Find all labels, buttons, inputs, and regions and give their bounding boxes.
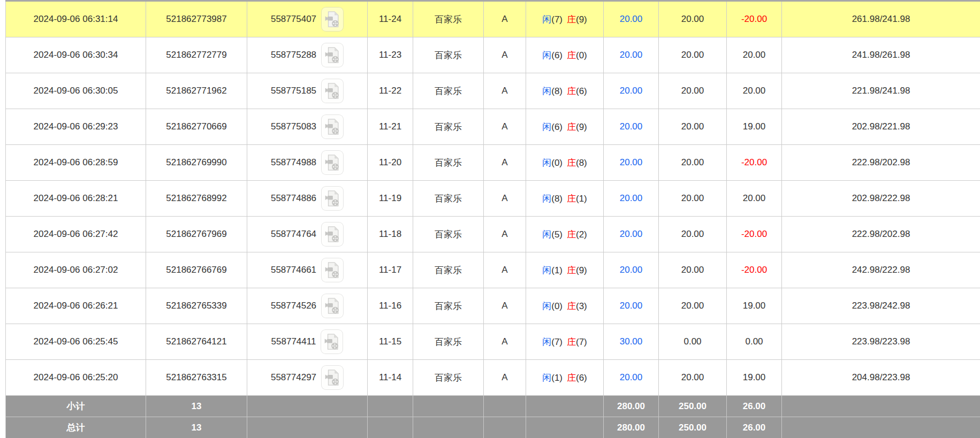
banker-points: (1) xyxy=(576,194,587,204)
player-label: 闲 xyxy=(542,229,551,240)
round-number: 11-17 xyxy=(368,252,413,288)
round-id: 558775185 xyxy=(271,86,316,96)
subtotal-bet: 280.00 xyxy=(604,396,659,417)
balance: 202.98/221.98 xyxy=(782,109,980,145)
round-number: 11-14 xyxy=(368,360,413,396)
balance: 242.98/222.98 xyxy=(782,252,980,288)
bet-id: 521862772779 xyxy=(146,37,247,73)
game-result: 闲(8)庄(6) xyxy=(526,73,604,109)
video-replay-button[interactable] xyxy=(321,43,344,67)
valid-amount: 20.00 xyxy=(659,360,727,396)
bet-id: 521862767969 xyxy=(146,217,247,252)
valid-amount: 20.00 xyxy=(659,252,727,288)
player-label: 闲 xyxy=(542,50,551,60)
table-code: A xyxy=(484,217,526,252)
round-id: 558774297 xyxy=(271,372,316,383)
banker-points: (0) xyxy=(576,50,587,60)
player-label: 闲 xyxy=(542,301,551,311)
table-code: A xyxy=(484,37,526,73)
bet-id: 521862765339 xyxy=(146,288,247,324)
video-replay-button[interactable] xyxy=(321,114,344,139)
table-row[interactable]: 2024-09-06 06:27:42 521862767969 5587747… xyxy=(6,217,980,252)
player-points: (0) xyxy=(551,301,563,311)
video-replay-button[interactable] xyxy=(321,294,344,318)
winloss-amount: 20.00 xyxy=(727,73,782,109)
video-replay-button[interactable] xyxy=(321,150,344,175)
bet-id: 521862766769 xyxy=(146,252,247,288)
table-code: A xyxy=(484,288,526,324)
round-id-cell: 558775185 xyxy=(247,73,368,109)
round-id-cell: 558774886 xyxy=(247,181,368,217)
round-id: 558775083 xyxy=(271,121,316,132)
winloss-amount: -20.00 xyxy=(727,145,782,181)
winloss-amount: 19.00 xyxy=(727,109,782,145)
video-file-icon xyxy=(324,10,340,28)
player-points: (1) xyxy=(551,373,563,383)
video-replay-button[interactable] xyxy=(321,222,344,247)
video-file-icon xyxy=(324,82,340,100)
total-winloss: 26.00 xyxy=(727,417,782,438)
winloss-amount: 0.00 xyxy=(727,324,782,360)
round-id: 558774661 xyxy=(271,265,316,275)
game-type: 百家乐 xyxy=(413,73,484,109)
player-points: (1) xyxy=(551,265,563,275)
winloss-amount: 20.00 xyxy=(727,181,782,217)
video-replay-button[interactable] xyxy=(321,365,344,390)
video-file-icon xyxy=(324,46,340,64)
table-code: A xyxy=(484,324,526,360)
table-row[interactable]: 2024-09-06 06:31:14 521862773987 5587754… xyxy=(6,1,980,37)
game-type: 百家乐 xyxy=(413,109,484,145)
table-row[interactable]: 2024-09-06 06:28:59 521862769990 5587749… xyxy=(6,145,980,181)
valid-amount: 20.00 xyxy=(659,109,727,145)
video-replay-button[interactable] xyxy=(321,258,344,282)
video-replay-button[interactable] xyxy=(321,329,343,354)
valid-amount: 20.00 xyxy=(659,37,727,73)
round-number: 11-15 xyxy=(368,324,413,360)
game-type: 百家乐 xyxy=(413,252,484,288)
round-number: 11-21 xyxy=(368,109,413,145)
bet-amount: 20.00 xyxy=(604,109,659,145)
banker-points: (6) xyxy=(576,86,587,96)
bet-id: 521862770669 xyxy=(146,109,247,145)
banker-label: 庄 xyxy=(567,265,576,275)
subtotal-row: 小计 13 280.00 250.00 26.00 xyxy=(6,396,980,417)
table-row[interactable]: 2024-09-06 06:26:21 521862765339 5587745… xyxy=(6,288,980,324)
table-row[interactable]: 2024-09-06 06:30:34 521862772779 5587752… xyxy=(6,37,980,73)
table-row[interactable]: 2024-09-06 06:27:02 521862766769 5587746… xyxy=(6,252,980,288)
total-row: 总计 13 280.00 250.00 26.00 xyxy=(6,417,980,438)
bet-amount: 20.00 xyxy=(604,73,659,109)
game-type: 百家乐 xyxy=(413,1,484,37)
table-row[interactable]: 2024-09-06 06:25:20 521862763315 5587742… xyxy=(6,360,980,396)
bet-amount: 20.00 xyxy=(604,145,659,181)
game-result: 闲(0)庄(3) xyxy=(526,288,604,324)
video-replay-button[interactable] xyxy=(321,7,344,32)
banker-label: 庄 xyxy=(567,194,576,204)
total-bet: 280.00 xyxy=(604,417,659,438)
video-replay-button[interactable] xyxy=(321,79,344,103)
player-label: 闲 xyxy=(542,337,551,347)
player-label: 闲 xyxy=(542,122,551,132)
round-id-cell: 558775288 xyxy=(247,37,368,73)
player-points: (7) xyxy=(551,14,563,25)
game-type: 百家乐 xyxy=(413,181,484,217)
video-replay-button[interactable] xyxy=(321,186,344,211)
player-points: (7) xyxy=(551,337,563,347)
bet-time: 2024-09-06 06:28:59 xyxy=(6,145,146,181)
bet-id: 521862768992 xyxy=(146,181,247,217)
table-row[interactable]: 2024-09-06 06:25:45 521862764121 5587744… xyxy=(6,324,980,360)
table-row[interactable]: 2024-09-06 06:30:05 521862771962 5587751… xyxy=(6,73,980,109)
table-code: A xyxy=(484,360,526,396)
table-row[interactable]: 2024-09-06 06:29:23 521862770669 5587750… xyxy=(6,109,980,145)
round-number: 11-22 xyxy=(368,73,413,109)
table-code: A xyxy=(484,181,526,217)
empty-cell xyxy=(782,396,980,417)
bet-amount: 20.00 xyxy=(604,37,659,73)
subtotal-valid: 250.00 xyxy=(659,396,727,417)
round-id-cell: 558775083 xyxy=(247,109,368,145)
valid-amount: 20.00 xyxy=(659,145,727,181)
table-row[interactable]: 2024-09-06 06:28:21 521862768992 5587748… xyxy=(6,181,980,217)
balance: 202.98/222.98 xyxy=(782,181,980,217)
banker-label: 庄 xyxy=(567,158,576,168)
bet-amount: 20.00 xyxy=(604,217,659,252)
banker-points: (9) xyxy=(576,14,587,25)
